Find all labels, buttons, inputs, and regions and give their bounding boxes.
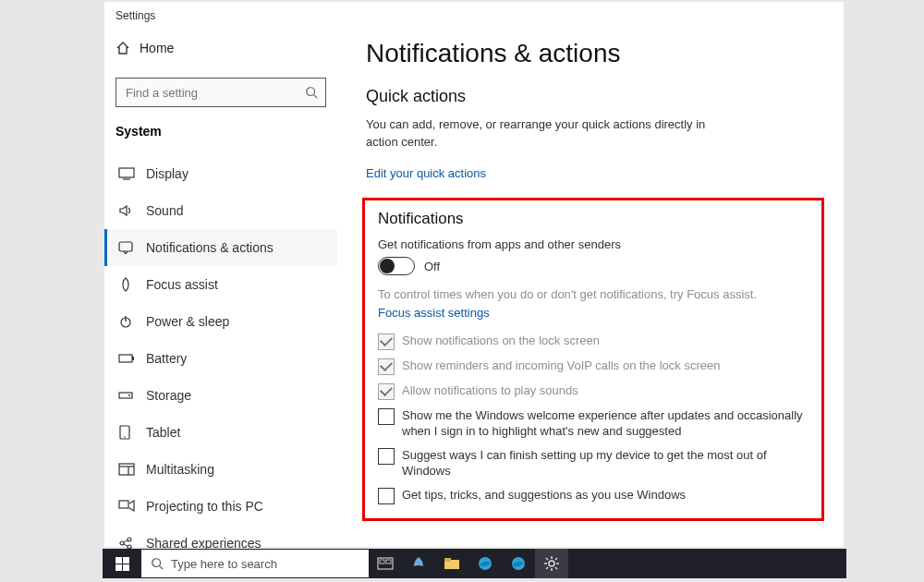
quick-actions-desc: You can add, remove, or rearrange your q… bbox=[366, 116, 717, 152]
taskbar-edge-1[interactable] bbox=[468, 549, 502, 578]
sidebar-item-focus[interactable]: Focus assist bbox=[104, 266, 337, 303]
svg-line-37 bbox=[555, 567, 557, 569]
svg-point-17 bbox=[120, 541, 124, 545]
sidebar-item-label: Notifications & actions bbox=[146, 240, 274, 255]
svg-point-31 bbox=[549, 561, 554, 566]
notifications-highlight-box: Notifications Get notifications from app… bbox=[362, 198, 824, 521]
sidebar: Settings Home System Display Sound Notif… bbox=[104, 2, 343, 547]
svg-line-1 bbox=[314, 95, 318, 99]
sidebar-item-label: Tablet bbox=[146, 425, 180, 440]
checkbox-finish-setup[interactable] bbox=[378, 448, 395, 465]
svg-rect-16 bbox=[119, 501, 128, 508]
svg-line-23 bbox=[160, 566, 164, 570]
checkbox-lockscreen[interactable] bbox=[378, 333, 395, 350]
sidebar-item-label: Power & sleep bbox=[146, 314, 229, 329]
project-icon bbox=[118, 500, 135, 513]
home-icon bbox=[116, 41, 130, 55]
svg-point-0 bbox=[307, 88, 315, 96]
content-pane: Notifications & actions Quick actions Yo… bbox=[359, 2, 844, 547]
start-button[interactable] bbox=[103, 549, 141, 578]
sidebar-item-multitask[interactable]: Multitasking bbox=[104, 451, 337, 488]
svg-line-21 bbox=[124, 544, 128, 546]
sidebar-item-label: Sound bbox=[146, 203, 183, 218]
notifications-toggle[interactable] bbox=[378, 257, 415, 275]
svg-rect-13 bbox=[119, 464, 134, 475]
sidebar-item-sound[interactable]: Sound bbox=[104, 192, 337, 229]
display-icon bbox=[118, 167, 135, 180]
svg-rect-7 bbox=[119, 355, 132, 362]
focus-icon bbox=[118, 277, 135, 292]
svg-line-38 bbox=[555, 558, 557, 560]
taskbar-search[interactable]: Type here to search bbox=[141, 550, 369, 577]
checkbox-sounds[interactable] bbox=[378, 383, 395, 400]
taskbar-settings[interactable] bbox=[535, 549, 568, 578]
sound-icon bbox=[118, 203, 135, 218]
svg-line-39 bbox=[546, 567, 548, 569]
sidebar-item-label: Projecting to this PC bbox=[146, 499, 263, 514]
toggle-state-label: Off bbox=[424, 260, 440, 273]
nav-list: Display Sound Notifications & actions Fo… bbox=[104, 155, 337, 562]
sidebar-item-tablet[interactable]: Tablet bbox=[104, 414, 337, 451]
taskbar-app-1[interactable] bbox=[402, 549, 435, 578]
edit-quick-actions-link[interactable]: Edit your quick actions bbox=[366, 166, 486, 180]
sidebar-item-power[interactable]: Power & sleep bbox=[104, 303, 337, 340]
sidebar-item-label: Display bbox=[146, 166, 188, 181]
taskbar: Type here to search bbox=[103, 549, 846, 578]
svg-rect-26 bbox=[386, 560, 391, 564]
sidebar-item-project[interactable]: Projecting to this PC bbox=[104, 488, 337, 525]
taskbar-search-placeholder: Type here to search bbox=[171, 557, 277, 571]
svg-rect-2 bbox=[119, 168, 134, 177]
focus-assist-hint: To control times when you do or don't ge… bbox=[378, 286, 784, 304]
section-notifications: Notifications bbox=[378, 210, 808, 228]
sidebar-item-label: Multitasking bbox=[146, 462, 214, 477]
checkbox-label: Show me the Windows welcome experience a… bbox=[402, 407, 803, 440]
search-icon bbox=[305, 86, 318, 99]
windows-icon bbox=[116, 557, 129, 571]
task-view-button[interactable] bbox=[369, 549, 402, 578]
checkbox-welcome[interactable] bbox=[378, 408, 395, 425]
home-button[interactable]: Home bbox=[116, 41, 174, 55]
svg-point-18 bbox=[128, 538, 131, 541]
sidebar-item-notifications[interactable]: Notifications & actions bbox=[104, 229, 337, 266]
sidebar-item-label: Focus assist bbox=[146, 277, 218, 292]
taskbar-file-explorer[interactable] bbox=[435, 549, 468, 578]
checkbox-tips[interactable] bbox=[378, 488, 395, 504]
svg-rect-25 bbox=[380, 560, 384, 564]
taskbar-edge-2[interactable] bbox=[502, 549, 535, 578]
checkbox-label: Get tips, tricks, and suggestions as you… bbox=[402, 487, 686, 503]
svg-point-10 bbox=[128, 394, 130, 396]
section-quick-actions: Quick actions bbox=[366, 87, 466, 106]
svg-rect-4 bbox=[119, 242, 132, 251]
checkbox-label: Show notifications on the lock screen bbox=[402, 333, 600, 349]
svg-point-22 bbox=[152, 559, 161, 567]
tablet-icon bbox=[118, 425, 135, 440]
settings-window: Settings Home System Display Sound Notif… bbox=[104, 2, 844, 547]
section-system: System bbox=[116, 124, 162, 139]
focus-assist-link[interactable]: Focus assist settings bbox=[378, 306, 808, 320]
svg-line-20 bbox=[124, 540, 128, 542]
search-input[interactable] bbox=[124, 85, 305, 101]
notifications-toggle-label: Get notifications from apps and other se… bbox=[378, 237, 808, 251]
home-label: Home bbox=[140, 41, 174, 55]
sidebar-item-battery[interactable]: Battery bbox=[104, 340, 337, 377]
storage-icon bbox=[118, 390, 135, 401]
checkbox-label: Show reminders and incoming VoIP calls o… bbox=[402, 358, 720, 374]
checkbox-label: Suggest ways I can finish setting up my … bbox=[402, 447, 803, 479]
sidebar-item-storage[interactable]: Storage bbox=[104, 377, 337, 414]
notifications-icon bbox=[118, 241, 135, 254]
multitask-icon bbox=[118, 463, 135, 476]
svg-rect-28 bbox=[444, 558, 451, 562]
svg-point-12 bbox=[124, 436, 126, 438]
checkbox-label: Allow notifications to play sounds bbox=[402, 382, 578, 399]
svg-rect-8 bbox=[132, 357, 134, 360]
search-icon bbox=[151, 557, 164, 570]
sidebar-item-label: Battery bbox=[146, 351, 187, 366]
search-box[interactable] bbox=[116, 78, 326, 107]
page-title: Notifications & actions bbox=[366, 39, 620, 68]
svg-line-36 bbox=[546, 558, 548, 560]
power-icon bbox=[118, 314, 135, 329]
sidebar-item-display[interactable]: Display bbox=[104, 155, 337, 192]
checkbox-voip[interactable] bbox=[378, 358, 395, 375]
toggle-knob bbox=[380, 259, 395, 273]
window-title: Settings bbox=[116, 9, 155, 22]
